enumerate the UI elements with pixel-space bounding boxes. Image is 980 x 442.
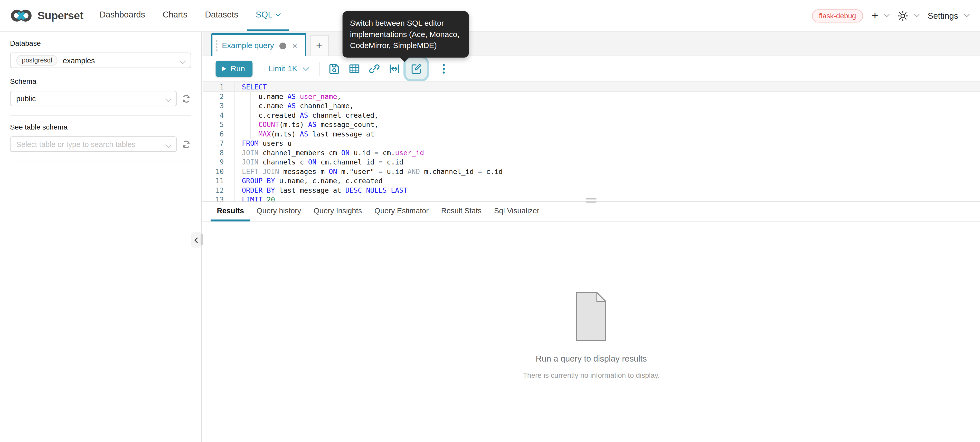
line-number: 12: [203, 186, 234, 195]
results-tab-results[interactable]: Results: [211, 202, 250, 221]
main-nav: DashboardsChartsDatasetsSQL: [91, 0, 289, 31]
line-number: 11: [203, 176, 234, 186]
close-tab-icon[interactable]: ×: [292, 41, 297, 50]
sql-editor-panel: Example query × + Run Limit 1K: [203, 31, 980, 442]
code-text: JOIN channels c ON cm.channel_id = c.id: [234, 158, 404, 167]
code-text: GROUP BY u.name, c.name, c.created: [234, 176, 383, 186]
play-icon: [222, 66, 226, 71]
code-text: ORDER BY last_message_at DESC NULLS LAST: [234, 186, 407, 195]
empty-state-subtitle: There is currently no information to dis…: [203, 372, 980, 379]
nav-item-label: SQL: [256, 10, 273, 19]
table-select[interactable]: Select table or type to search tables: [10, 136, 177, 152]
copy-link-button[interactable]: [366, 60, 383, 78]
plus-icon: +: [872, 10, 878, 21]
database-label: Database: [10, 39, 191, 48]
code-line[interactable]: 2 u.name AS user_name,: [203, 92, 980, 102]
code-line[interactable]: 10LEFT JOIN messages m ON m."user" = u.i…: [203, 167, 980, 177]
sql-editor[interactable]: 1SELECT2 u.name AS user_name,3 c.name AS…: [203, 81, 980, 202]
superset-logo[interactable]: Superset: [10, 8, 83, 23]
code-line[interactable]: 6 MAX(m.ts) AS last_message_at: [203, 129, 980, 139]
code-text: LEFT JOIN messages m ON m."user" = u.id …: [234, 167, 503, 177]
indent-guide: [250, 92, 250, 139]
save-query-button[interactable]: [325, 60, 343, 78]
results-tab-query-estimator[interactable]: Query Estimator: [368, 202, 435, 221]
chevron-down-icon: [964, 12, 970, 17]
table-icon: [348, 62, 361, 75]
limit-dropdown[interactable]: Limit 1K: [269, 64, 308, 73]
line-number: 1: [203, 83, 234, 92]
code-line[interactable]: 7FROM users u: [203, 139, 980, 148]
brand-name: Superset: [38, 9, 83, 22]
results-tab-result-stats[interactable]: Result Stats: [435, 202, 488, 221]
nav-item-label: Datasets: [205, 10, 238, 19]
settings-menu[interactable]: Settings: [928, 11, 969, 21]
results-tab-query-insights[interactable]: Query Insights: [307, 202, 368, 221]
code-line[interactable]: 1SELECT: [203, 83, 980, 92]
code-line[interactable]: 3 c.name AS channel_name,: [203, 101, 980, 111]
chevron-down-icon: [162, 94, 171, 103]
sqllab-sidebar: Database postgresql examples Schema publ…: [0, 31, 202, 442]
new-item-menu[interactable]: +: [872, 10, 889, 21]
unsaved-indicator-dot: [280, 42, 286, 49]
nav-item-datasets[interactable]: Datasets: [196, 0, 247, 31]
refresh-tables-icon[interactable]: [181, 139, 191, 149]
code-text: FROM users u: [234, 139, 292, 148]
toolbar-divider: [319, 62, 320, 76]
editor-tabstrip: Example query × +: [203, 31, 980, 56]
nav-item-sql[interactable]: SQL: [247, 0, 289, 31]
sidebar-resize-grip[interactable]: [200, 234, 203, 245]
more-menu-button[interactable]: [435, 60, 452, 78]
database-engine-tag: postgresql: [16, 55, 58, 65]
line-number: 6: [203, 129, 234, 139]
save-icon: [328, 62, 340, 75]
table-schema-label: See table schema: [10, 123, 191, 131]
run-button[interactable]: Run: [216, 61, 253, 77]
gutter-border: [234, 82, 235, 201]
code-line[interactable]: 4 c.created AS channel_created,: [203, 111, 980, 120]
database-select[interactable]: postgresql examples: [10, 53, 191, 68]
theme-menu[interactable]: [897, 10, 919, 21]
line-number: 2: [203, 92, 234, 102]
refresh-schemas-icon[interactable]: [181, 94, 191, 104]
results-tab-query-history[interactable]: Query history: [250, 202, 307, 221]
code-line[interactable]: 9JOIN channels c ON cm.channel_id = c.id: [203, 158, 980, 167]
editor-implementation-icon: [410, 62, 422, 75]
limit-value: 1K: [288, 64, 297, 73]
chevron-down-icon: [302, 64, 309, 71]
sql-lab-page: Superset DashboardsChartsDatasetsSQL fla…: [0, 0, 980, 442]
drag-handle-icon[interactable]: [216, 40, 218, 51]
code-text: JOIN channel_members cm ON u.id = cm.use…: [234, 148, 424, 158]
chevron-left-icon: [194, 237, 199, 243]
nav-item-charts[interactable]: Charts: [154, 0, 196, 31]
tooltip: Switch between SQL editor implementation…: [343, 11, 469, 57]
code-line[interactable]: 5 COUNT(m.ts) AS message_count,: [203, 120, 980, 129]
sidebar-divider: [10, 161, 191, 161]
query-tab[interactable]: Example query ×: [212, 33, 306, 56]
theme-sun-icon: [897, 10, 908, 21]
line-number: 7: [203, 139, 234, 148]
chevron-down-icon: [162, 140, 171, 148]
code-line[interactable]: 11GROUP BY u.name, c.name, c.created: [203, 176, 980, 186]
results-tab-sql-visualizer[interactable]: Sql Visualizer: [488, 202, 546, 221]
schema-value: public: [16, 94, 36, 103]
code-text: SELECT: [234, 83, 267, 92]
sidebar-collapse-button[interactable]: [191, 232, 201, 248]
code-line[interactable]: 8JOIN channel_members cm ON u.id = cm.us…: [203, 148, 980, 158]
code-text: MAX(m.ts) AS last_message_at: [234, 129, 374, 139]
add-tab-button[interactable]: +: [310, 35, 328, 56]
schema-select[interactable]: public: [10, 91, 177, 106]
code-line[interactable]: 12ORDER BY last_message_at DESC NULLS LA…: [203, 186, 980, 195]
schema-label: Schema: [10, 78, 191, 86]
line-number: 10: [203, 167, 234, 177]
link-icon: [368, 62, 380, 75]
line-number: 3: [203, 101, 234, 111]
panel-resize-handle[interactable]: [586, 198, 597, 203]
table-select-placeholder: Select table or type to search tables: [16, 140, 135, 148]
empty-document-icon: [576, 292, 606, 341]
empty-state-title: Run a query to display results: [203, 354, 980, 363]
nav-item-dashboards[interactable]: Dashboards: [91, 0, 154, 31]
sidebar-divider: [10, 115, 191, 116]
render-table-button[interactable]: [345, 60, 363, 78]
superset-infinity-icon: [10, 8, 33, 23]
line-number: 4: [203, 111, 234, 120]
